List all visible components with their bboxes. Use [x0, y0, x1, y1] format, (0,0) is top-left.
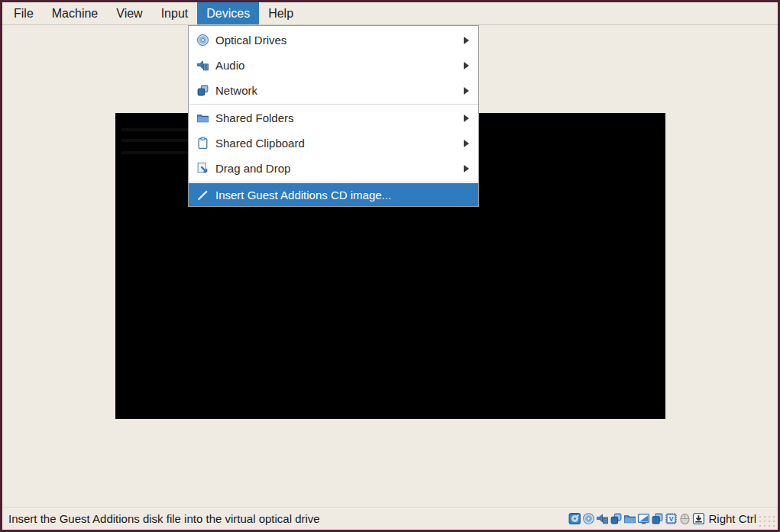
menu-item-optical-drives[interactable]: Optical Drives [189, 27, 478, 53]
shared-folders-icon[interactable] [623, 512, 636, 525]
submenu-arrow-icon [464, 165, 469, 172]
features-chip-icon[interactable]: V [665, 512, 678, 525]
display-icon[interactable] [637, 512, 650, 525]
optical-drive-icon[interactable] [582, 512, 595, 525]
network-icon[interactable] [610, 512, 623, 525]
menu-separator [189, 104, 478, 105]
submenu-arrow-icon [464, 114, 469, 122]
statusbar: Insert the Guest Additions disk file int… [2, 507, 778, 530]
menu-machine[interactable]: Machine [43, 2, 107, 24]
menu-item-label: Shared Clipboard [215, 137, 458, 150]
hard-disk-icon[interactable] [568, 512, 581, 525]
resize-grip[interactable] [759, 513, 776, 528]
menu-item-label: Drag and Drop [215, 162, 458, 175]
submenu-arrow-icon [464, 37, 469, 44]
statusbar-indicators: V Right Ctrl [568, 512, 756, 525]
host-key-label: Right Ctrl [708, 512, 756, 525]
menu-input[interactable]: Input [152, 2, 198, 24]
vm-window: File Machine View Input Devices Help Opt… [0, 0, 780, 532]
devices-dropdown-menu: Optical Drives Audio Network [188, 25, 479, 207]
menu-item-label: Shared Folders [215, 111, 458, 124]
menu-item-label: Network [215, 84, 458, 97]
recording-icon[interactable] [651, 512, 664, 525]
submenu-arrow-icon [464, 62, 469, 69]
menubar: File Machine View Input Devices Help [2, 2, 778, 25]
submenu-arrow-icon [464, 140, 469, 147]
drag-and-drop-icon [196, 162, 209, 175]
menu-item-network[interactable]: Network [189, 78, 478, 103]
optical-drives-icon [196, 34, 209, 47]
menu-item-label: Insert Guest Additions CD image... [215, 189, 469, 202]
menu-view[interactable]: View [107, 2, 151, 24]
menu-item-label: Optical Drives [215, 34, 458, 47]
menu-help[interactable]: Help [259, 2, 303, 24]
insert-guest-additions-icon [196, 189, 209, 202]
audio-icon [196, 59, 209, 72]
shared-clipboard-icon [196, 137, 209, 150]
menu-file[interactable]: File [5, 2, 43, 24]
menu-item-shared-clipboard[interactable]: Shared Clipboard [189, 131, 478, 156]
submenu-arrow-icon [464, 87, 469, 95]
statusbar-message: Insert the Guest Additions disk file int… [2, 512, 568, 525]
menu-separator [189, 182, 478, 182]
menu-item-drag-and-drop[interactable]: Drag and Drop [189, 156, 478, 181]
shared-folders-icon [196, 111, 209, 124]
menu-item-insert-guest-additions[interactable]: Insert Guest Additions CD image... [189, 183, 478, 206]
mouse-icon[interactable] [678, 512, 691, 525]
audio-icon[interactable] [596, 512, 609, 525]
network-icon [196, 84, 209, 97]
menu-item-label: Audio [215, 59, 458, 72]
menu-item-shared-folders[interactable]: Shared Folders [189, 105, 478, 131]
keyboard-icon[interactable] [692, 512, 705, 525]
svg-text:V: V [669, 515, 674, 523]
menu-devices[interactable]: Devices [197, 2, 259, 24]
menu-item-audio[interactable]: Audio [189, 53, 478, 78]
